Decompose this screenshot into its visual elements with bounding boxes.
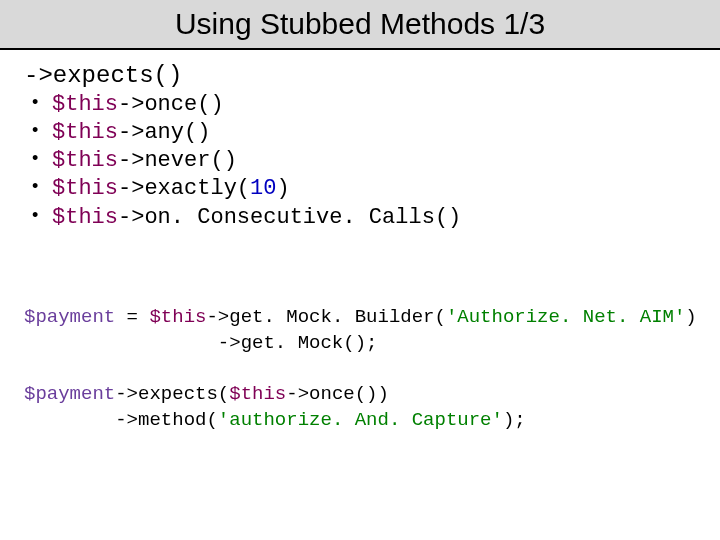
title-bar: Using Stubbed Methods 1/3 (0, 0, 720, 50)
code-line: ->method('authorize. And. Capture'); (24, 409, 526, 431)
section-head: ->expects() (24, 62, 696, 89)
slide: Using Stubbed Methods 1/3 ->expects() $t… (0, 0, 720, 540)
code-line: $payment->expects($this->once()) (24, 383, 389, 405)
code-line: ->get. Mock(); (24, 332, 378, 354)
list-item: $this->once() (30, 91, 696, 119)
list-item: $this->exactly(10) (30, 175, 696, 203)
bullet-list: $this->once() $this->any() $this->never(… (30, 91, 696, 232)
code-line: $payment = $this->get. Mock. Builder('Au… (24, 306, 697, 328)
list-item: $this->never() (30, 147, 696, 175)
slide-title: Using Stubbed Methods 1/3 (175, 7, 545, 41)
list-item: $this->any() (30, 119, 696, 147)
slide-content: ->expects() $this->once() $this->any() $… (0, 50, 720, 434)
code-block: $payment = $this->get. Mock. Builder('Au… (24, 280, 696, 434)
list-item: $this->on. Consecutive. Calls() (30, 204, 696, 232)
